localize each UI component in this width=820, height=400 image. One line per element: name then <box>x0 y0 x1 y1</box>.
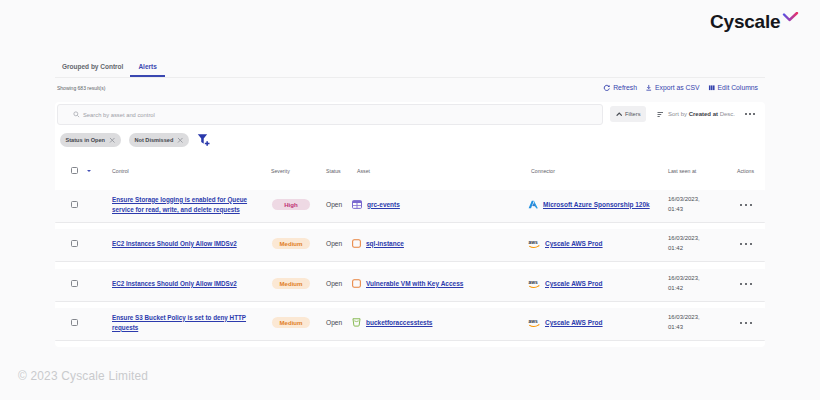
refresh-icon <box>603 84 611 92</box>
download-icon <box>645 84 653 92</box>
severity-badge: Medium <box>272 278 310 289</box>
select-all-checkbox[interactable] <box>71 167 78 174</box>
export-csv-button[interactable]: Export as CSV <box>645 84 700 92</box>
asset-link[interactable]: bucketforaccesstests <box>366 319 432 327</box>
results-summary: Showing 683 result(s) <box>57 85 105 91</box>
cyscale-logo: Cyscale <box>710 11 799 33</box>
search-icon <box>73 111 80 118</box>
row-actions-button[interactable] <box>740 322 751 324</box>
status-text: Open <box>326 319 342 326</box>
svg-text:aws: aws <box>529 319 538 324</box>
status-text: Open <box>326 240 342 247</box>
search-input[interactable]: Search by asset and control <box>57 104 603 125</box>
bucket-asset-icon <box>352 318 361 327</box>
table-overflow-menu-icon[interactable] <box>743 106 757 122</box>
chip-remove-icon[interactable] <box>109 137 116 144</box>
svg-text:aws: aws <box>529 280 538 285</box>
control-link[interactable]: EC2 Instances Should Only Allow IMDSv2 <box>112 279 237 289</box>
last-seen-value: 16/03/2023,01:42 <box>668 234 700 253</box>
row-actions-button[interactable] <box>740 283 751 285</box>
table-row: Ensure Storage logging is enabled for Qu… <box>55 190 765 223</box>
col-header-severity[interactable]: Severity <box>271 168 290 174</box>
row-checkbox[interactable] <box>71 280 78 287</box>
aws-icon: aws <box>528 318 540 328</box>
connector-link[interactable]: Microsoft Azure Sponsorship 120k <box>543 201 650 209</box>
severity-badge: Medium <box>272 238 310 249</box>
row-actions-button[interactable] <box>740 204 751 206</box>
chevron-up-icon <box>616 112 623 117</box>
col-header-status[interactable]: Status <box>326 168 341 174</box>
col-header-asset[interactable]: Asset <box>357 168 370 174</box>
select-dropdown-caret-icon[interactable] <box>87 170 91 172</box>
chip-not-dismissed[interactable]: Not Dismissed <box>129 133 189 147</box>
severity-badge: High <box>272 199 310 210</box>
asset-link[interactable]: Vulnerable VM with Key Access <box>366 280 463 288</box>
col-header-connector[interactable]: Connector <box>531 168 555 174</box>
asset-link[interactable]: grc-events <box>367 201 400 209</box>
table-header: Control Severity Status Asset Connector … <box>55 157 765 183</box>
add-filter-icon[interactable] <box>197 133 210 147</box>
sort-direction: Desc. <box>720 111 735 117</box>
table-row: EC2 Instances Should Only Allow IMDSv2Me… <box>55 269 765 302</box>
severity-badge: Medium <box>272 317 310 328</box>
status-text: Open <box>326 201 342 208</box>
table-row: EC2 Instances Should Only Allow IMDSv2Me… <box>55 229 765 262</box>
chip-remove-icon[interactable] <box>177 137 184 144</box>
footer-copyright: © 2023 Cyscale Limited <box>18 369 148 383</box>
sort-field: Created at <box>689 111 718 117</box>
col-header-control[interactable]: Control <box>112 168 129 174</box>
table-row: Ensure S3 Bucket Policy is set to deny H… <box>55 308 765 341</box>
tab-grouped-by-control[interactable]: Grouped by Control <box>55 55 130 77</box>
tab-bar: Grouped by Control Alerts <box>55 55 765 78</box>
aws-icon: aws <box>528 239 540 249</box>
row-checkbox[interactable] <box>71 319 78 326</box>
row-checkbox[interactable] <box>71 240 78 247</box>
col-header-actions[interactable]: Actions <box>737 168 754 174</box>
last-seen-value: 16/03/2023,01:42 <box>668 274 700 293</box>
instance-asset-icon <box>352 239 361 248</box>
last-seen-value: 16/03/2023,01:43 <box>668 313 700 332</box>
control-link[interactable]: EC2 Instances Should Only Allow IMDSv2 <box>112 239 237 249</box>
svg-text:aws: aws <box>529 240 538 245</box>
control-link[interactable]: Ensure S3 Bucket Policy is set to deny H… <box>112 313 258 333</box>
control-link[interactable]: Ensure Storage logging is enabled for Qu… <box>112 195 258 215</box>
asset-link[interactable]: sql-instance <box>366 240 404 248</box>
row-checkbox[interactable] <box>71 201 78 208</box>
row-actions-button[interactable] <box>740 243 751 245</box>
filter-chips: Status in Open Not Dismissed <box>60 133 210 147</box>
sort-control[interactable]: Sort by Created at Desc. <box>657 106 735 122</box>
sort-icon <box>657 111 665 118</box>
cyscale-logo-text: Cyscale <box>710 11 780 33</box>
tab-alerts[interactable]: Alerts <box>130 55 164 77</box>
refresh-button[interactable]: Refresh <box>603 84 637 92</box>
last-seen-value: 16/03/2023,01:43 <box>668 195 700 214</box>
chip-status-in-open[interactable]: Status in Open <box>60 133 121 147</box>
alerts-panel: Search by asset and control Filters Sort… <box>55 102 765 347</box>
aws-icon: aws <box>528 279 540 289</box>
toolbar: Refresh Export as CSV Edit Columns <box>600 84 758 92</box>
azure-icon <box>528 200 538 209</box>
status-text: Open <box>326 280 342 287</box>
connector-link[interactable]: Cyscale AWS Prod <box>545 240 603 248</box>
filters-button[interactable]: Filters <box>610 106 646 122</box>
columns-icon <box>708 84 716 92</box>
connector-link[interactable]: Cyscale AWS Prod <box>545 319 603 327</box>
table-asset-icon <box>352 200 362 209</box>
search-placeholder: Search by asset and control <box>83 112 155 118</box>
instance-asset-icon <box>352 279 361 288</box>
col-header-last-seen[interactable]: Last seen at <box>668 168 696 174</box>
connector-link[interactable]: Cyscale AWS Prod <box>545 280 603 288</box>
cyscale-logo-checkmark <box>782 12 799 22</box>
edit-columns-button[interactable]: Edit Columns <box>708 84 758 92</box>
